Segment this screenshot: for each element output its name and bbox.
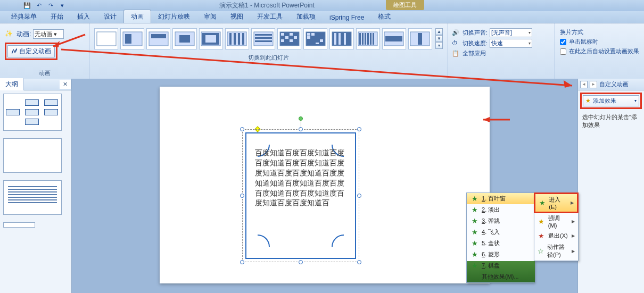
fx-item[interactable]: ★6. 菱形 [467,249,534,260]
svg-rect-38 [362,33,364,45]
slides-outline-pane: 大纲 ✕ [0,79,72,293]
transition-item[interactable] [225,28,249,49]
tab-slideshow[interactable]: 幻灯片放映 [151,10,197,23]
transition-item[interactable] [251,28,275,49]
annotation-rect: 🗲 自定义动画 [5,43,57,60]
svg-rect-18 [255,40,272,42]
slide-thumbnail[interactable] [3,222,35,228]
transition-item[interactable] [199,28,223,49]
transition-gallery: ▲▼▾ [92,25,445,53]
submenu-entrance[interactable]: ★ 进入(E)▶ [535,194,577,212]
ribbon-tabs: 经典菜单 开始 插入 设计 动画 幻灯片放映 审阅 视图 开发工具 加载项 iS… [0,11,644,23]
speed-dropdown[interactable]: 快速 [490,39,532,48]
tab-ispring[interactable]: iSpring Free [323,12,371,23]
custom-animation-button[interactable]: 🗲 自定义动画 [7,45,55,57]
svg-rect-30 [320,39,323,42]
ribbon: ✨ 动画: 无动画 ▾ 🗲 自定义动画 动画 [0,23,644,79]
save-icon[interactable]: 💾 [22,2,32,10]
fx-item[interactable]: ★2. 淡出 [467,204,534,215]
transition-item[interactable] [382,28,406,49]
tab-home[interactable]: 开始 [44,10,70,23]
resize-handle[interactable] [240,260,244,264]
group-label-animation: 动画 [3,68,86,79]
resize-handle[interactable] [357,194,361,198]
slide: 百度知道百度百度知道百度百度知道百度百度知道百度度知道百度百度知道百度度知道知道… [160,87,490,283]
tab-addins[interactable]: 加载项 [290,10,323,23]
on-click-checkbox[interactable] [560,39,566,45]
redo-icon[interactable]: ↷ [46,2,55,10]
transition-item[interactable] [329,28,353,49]
window-title: 演示文稿1 - Microsoft PowerPoint [219,1,315,10]
slide-thumbnail[interactable] [3,180,62,215]
fx-item[interactable]: ★5. 盒状 [467,238,534,249]
tab-developer[interactable]: 开发工具 [250,10,290,23]
tab-classic[interactable]: 经典菜单 [4,10,44,23]
transition-item[interactable] [356,28,380,49]
transition-item[interactable] [408,28,432,49]
submenu-exit[interactable]: ★ 退出(X)▶ [534,230,578,241]
pane-tabs: 大纲 ✕ [0,79,71,90]
svg-rect-23 [294,36,297,39]
resize-handle[interactable] [357,127,361,131]
submenu-motion-path[interactable]: ☆ 动作路径(P)▶ [534,241,578,261]
apply-all-button[interactable]: 全部应用 [463,49,486,57]
group-transition-options: 🔊 切换声音: [无声音] ⏱ 切换速度: 快速 📋 全部应用 [448,23,555,79]
transition-item[interactable] [303,28,327,49]
svg-rect-9 [205,35,216,43]
fx-item[interactable]: ★7. 棋盘 [467,260,534,271]
fx-item[interactable]: ★4. 飞入 [467,227,534,238]
transition-item[interactable] [277,28,301,49]
tab-design[interactable]: 设计 [97,10,123,23]
contextual-tab-drawing[interactable]: 绘图工具 [386,0,424,10]
submenu-emphasis[interactable]: ★ 强调(M)▶ [534,213,578,230]
transition-item[interactable] [172,28,196,49]
resize-handle[interactable] [240,194,244,198]
sound-icon: 🔊 [452,29,460,37]
add-effect-button[interactable]: ★ 添加效果 [583,95,639,106]
resize-handle[interactable] [299,127,303,131]
fx-item[interactable]: ★3. 弹跳 [467,215,534,227]
svg-rect-3 [149,32,168,46]
rotate-handle[interactable] [299,116,303,121]
animation-dropdown[interactable]: 无动画 ▾ [33,29,64,39]
undo-icon[interactable]: ↶ [34,2,44,10]
add-effect-submenu: ★ 进入(E)▶ ★ 强调(M)▶ ★ 退出(X)▶ ☆ 动作路径(P)▶ [534,192,579,261]
pane-back-icon[interactable]: ◄ [580,81,588,88]
transition-none[interactable] [94,28,118,49]
tab-format[interactable]: 格式 [371,10,398,23]
office-button[interactable] [0,0,19,11]
sound-dropdown[interactable]: [无声音] [490,28,532,37]
resize-handle[interactable] [357,260,361,264]
resize-handle[interactable] [299,260,303,264]
slide-thumbnail[interactable] [3,138,62,173]
resize-handle[interactable] [240,127,244,131]
group-label-transition: 切换到此幻灯片 [92,53,445,63]
auto-after-checkbox[interactable] [560,48,566,55]
group-animation: ✨ 动画: 无动画 ▾ 🗲 自定义动画 动画 [0,23,89,79]
svg-rect-12 [234,33,236,45]
shape-text[interactable]: 百度知道百度百度知道百度百度知道百度百度知道百度度知道百度百度知道百度度知道知道… [255,148,346,208]
annotation-rect: ★ 进入(E)▶ [534,192,579,213]
transition-item[interactable] [146,28,170,49]
outline-tab[interactable]: 大纲 [0,78,24,90]
animation-dropdown-label: 动画: [16,30,31,39]
svg-rect-0 [97,32,116,46]
fx-item[interactable]: ★1. 百叶窗 [467,193,534,204]
fx-more-effects[interactable]: 其他效果(M)... [467,271,534,282]
svg-rect-17 [255,37,272,39]
transition-item[interactable] [120,28,144,49]
gallery-scroll[interactable]: ▲▼▾ [435,28,443,49]
selected-shape[interactable]: 百度知道百度百度知道百度百度知道百度百度知道百度度知道百度百度知道百度度知道知道… [242,129,359,262]
tab-view[interactable]: 视图 [224,10,250,23]
svg-rect-27 [307,33,310,36]
tab-insert[interactable]: 插入 [70,10,97,23]
tab-review[interactable]: 审阅 [197,10,224,23]
group-transition-gallery: ▲▼▾ 切换到此幻灯片 [89,23,448,79]
star-icon: ★ [471,195,478,203]
star-icon: ★ [538,218,545,225]
qat-dropdown-icon[interactable]: ▾ [57,2,67,10]
pane-fwd-icon[interactable]: ► [590,81,597,88]
close-pane-icon[interactable]: ✕ [60,80,71,89]
slide-thumbnail[interactable] [3,94,62,131]
tab-animation[interactable]: 动画 [123,10,151,23]
